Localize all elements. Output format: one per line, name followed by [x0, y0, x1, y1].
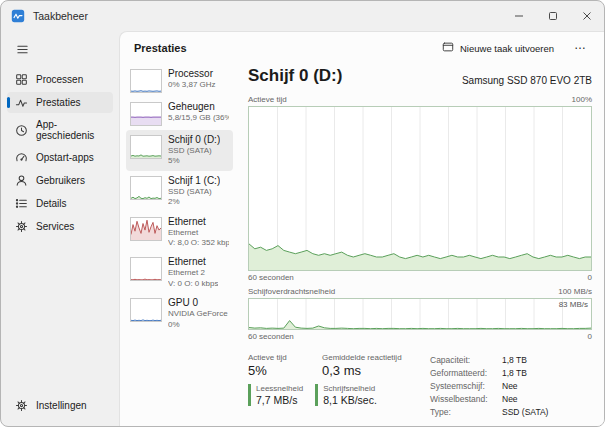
- sidebar-item-label: Instellingen: [36, 400, 87, 411]
- taskmanager-window: Taakbeheer Processen: [0, 0, 605, 427]
- perf-item-sub2: 0%: [168, 320, 229, 330]
- page-title: Prestaties: [134, 42, 187, 54]
- property-label: Wisselbestand:: [430, 394, 502, 404]
- stat-value: 5%: [248, 363, 306, 378]
- perf-item-title: Ethernet: [168, 256, 218, 268]
- perf-item-sub2: 5%: [168, 156, 220, 166]
- ethernet1-thumbnail-chart: [130, 217, 162, 241]
- current-transfer-rate: 83 MB/s: [559, 300, 588, 309]
- processor-thumbnail-chart: [130, 69, 162, 93]
- more-options-button[interactable]: …: [566, 36, 594, 60]
- property-row: Geformatteerd:1,8 TB: [430, 368, 548, 378]
- chart1-x-right: 0: [588, 273, 592, 282]
- perf-item-sub: SSD (SATA): [168, 187, 220, 197]
- property-row: Capaciteit:1,8 TB: [430, 355, 548, 365]
- stat-label: Schrijfsnelheid: [323, 384, 377, 393]
- stat-value: 7,7 MB/s: [256, 394, 303, 406]
- stat-value: 8,1 KB/sec.: [323, 394, 377, 406]
- transfer-rate-chart: 83 MB/s: [248, 298, 592, 330]
- perf-item-geheugen[interactable]: Geheugen 5,8/15,9 GB (36%): [126, 97, 233, 130]
- history-icon: [15, 124, 28, 137]
- services-icon: [15, 220, 28, 233]
- property-label: Capaciteit:: [430, 355, 502, 365]
- sidebar-item-opstart-apps[interactable]: Opstart-apps: [7, 147, 113, 168]
- perf-item-gpu0[interactable]: GPU 0 NVIDIA GeForce G... 0%: [126, 293, 233, 334]
- stat-write-speed: Schrijfsnelheid 8,1 KB/sec.: [315, 384, 377, 406]
- sidebar-item-gebruikers[interactable]: Gebruikers: [7, 170, 113, 191]
- sidebar-item-prestaties[interactable]: Prestaties: [7, 92, 113, 113]
- chart2-x-left: 60 seconden: [248, 332, 294, 341]
- sidebar-item-instellingen[interactable]: Instellingen: [7, 395, 113, 416]
- memory-thumbnail-chart: [130, 102, 162, 126]
- sidebar: Processen Prestaties App-geschiedenis Op…: [1, 31, 119, 426]
- perf-item-sub: SSD (SATA): [168, 146, 220, 156]
- active-time-chart: [248, 106, 592, 271]
- property-label: Systeemschijf:: [430, 381, 502, 391]
- chart1-label: Actieve tijd: [248, 95, 287, 104]
- perf-item-sub2: 2%: [168, 197, 220, 207]
- sidebar-item-app-geschiedenis[interactable]: App-geschiedenis: [7, 115, 113, 145]
- close-button[interactable]: [570, 1, 604, 31]
- chart2-scale-max: 100 MB/s: [558, 287, 592, 296]
- perf-item-schijf1[interactable]: Schijf 1 (C:) SSD (SATA) 2%: [126, 171, 233, 212]
- perf-item-title: Processor: [168, 68, 216, 80]
- perf-item-sub2: V: 0 O: 0 kbps: [168, 279, 218, 289]
- titlebar: Taakbeheer: [1, 1, 604, 31]
- stat-read-speed: Leessnelheid 7,7 MB/s: [248, 384, 303, 406]
- stat-label: Leessnelheid: [256, 384, 303, 393]
- maximize-button[interactable]: [536, 1, 570, 31]
- new-task-label: Nieuwe taak uitvoeren: [460, 43, 554, 54]
- perf-item-ethernet1[interactable]: Ethernet Ethernet V: 8,0 O: 352 kbps: [126, 212, 233, 253]
- sidebar-item-services[interactable]: Services: [7, 216, 113, 237]
- stat-label: Actieve tijd: [248, 353, 306, 362]
- property-value: Nee: [502, 394, 518, 404]
- sidebar-item-label: Processen: [36, 74, 83, 85]
- sidebar-item-processen[interactable]: Processen: [7, 69, 113, 90]
- sidebar-item-label: Services: [36, 221, 74, 232]
- property-row: Wisselbestand:Nee: [430, 394, 548, 404]
- startup-icon: [15, 151, 28, 164]
- perf-item-title: Schijf 0 (D:): [168, 134, 220, 146]
- users-icon: [15, 174, 28, 187]
- perf-item-title: Schijf 1 (C:): [168, 175, 220, 187]
- stat-value: 0,3 ms: [322, 363, 402, 378]
- minimize-button[interactable]: [502, 1, 536, 31]
- menu-toggle-button[interactable]: [9, 37, 35, 61]
- gpu-thumbnail-chart: [130, 298, 162, 322]
- disk1-thumbnail-chart: [130, 176, 162, 200]
- disk-properties: Capaciteit:1,8 TB Geformatteerd:1,8 TB S…: [430, 353, 548, 420]
- property-label: Type:: [430, 407, 502, 417]
- sidebar-item-label: Details: [36, 198, 67, 209]
- device-name: Samsung SSD 870 EVO 2TB: [462, 75, 592, 86]
- perf-item-sub2: V: 8,0 O: 352 kbps: [168, 238, 229, 248]
- chart1-scale-max: 100%: [572, 95, 592, 104]
- chart2-label: Schijfoverdrachtsnelheid: [248, 287, 335, 296]
- stat-active-time: Actieve tijd 5%: [248, 353, 306, 384]
- sidebar-item-label: App-geschiedenis: [36, 119, 105, 141]
- disk0-thumbnail-chart: [130, 135, 162, 159]
- property-value: SSD (SATA): [502, 407, 548, 417]
- property-label: Geformatteerd:: [430, 368, 502, 378]
- perf-item-title: Geheugen: [168, 101, 229, 113]
- content-panel: Prestaties Nieuwe taak uitvoeren …: [119, 31, 604, 426]
- chart2-x-right: 0: [588, 332, 592, 341]
- property-row: Type:SSD (SATA): [430, 407, 548, 417]
- perf-item-processor[interactable]: Processor 0% 3,87 GHz: [126, 64, 233, 97]
- perf-item-ethernet2[interactable]: Ethernet Ethernet 2 V: 0 O: 0 kbps: [126, 252, 233, 293]
- perf-item-title: Ethernet: [168, 216, 229, 228]
- window-title: Taakbeheer: [33, 10, 88, 22]
- sidebar-item-label: Prestaties: [36, 97, 80, 108]
- property-value: 1,8 TB: [502, 355, 527, 365]
- sidebar-item-label: Opstart-apps: [36, 152, 94, 163]
- processes-icon: [15, 73, 28, 86]
- performance-list: Processor 0% 3,87 GHz Geheugen 5,8/15,9 …: [120, 64, 236, 420]
- stat-response-time: Gemiddelde reactietijd 0,3 ms: [322, 353, 402, 384]
- perf-item-sub: Ethernet 2: [168, 268, 218, 278]
- app-icon: [11, 9, 25, 23]
- new-task-button[interactable]: Nieuwe taak uitvoeren: [434, 36, 562, 60]
- perf-item-schijf0[interactable]: Schijf 0 (D:) SSD (SATA) 5%: [126, 130, 233, 171]
- content-header: Prestaties Nieuwe taak uitvoeren …: [120, 32, 604, 64]
- new-task-icon: [442, 41, 454, 55]
- sidebar-item-details[interactable]: Details: [7, 193, 113, 214]
- performance-icon: [15, 96, 28, 109]
